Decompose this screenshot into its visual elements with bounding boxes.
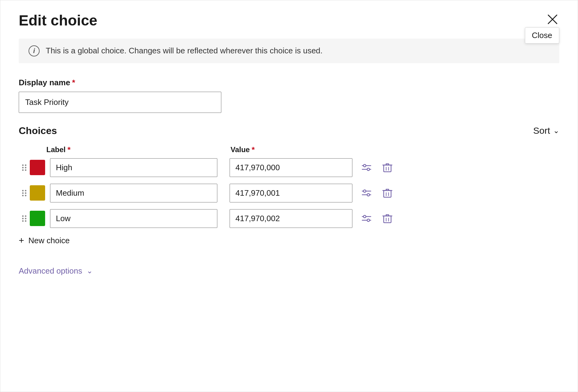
display-name-label: Display name *	[19, 78, 559, 87]
svg-point-26	[363, 215, 366, 218]
svg-rect-17	[384, 190, 391, 197]
color-swatch[interactable]	[30, 160, 45, 175]
svg-point-16	[367, 194, 370, 196]
drag-dot	[22, 215, 24, 217]
sort-label: Sort	[533, 125, 550, 136]
close-icon	[547, 14, 558, 25]
choices-section: Choices Sort ⌄ Label * Value *	[19, 125, 559, 247]
drag-dot	[25, 195, 26, 196]
choice-row	[19, 209, 559, 228]
drag-dots-top	[22, 215, 26, 217]
drag-dot	[25, 220, 26, 222]
choice-rows-container	[19, 158, 559, 228]
delete-icon	[382, 187, 393, 198]
choices-header: Choices Sort ⌄	[19, 125, 559, 136]
row-actions	[360, 186, 394, 200]
color-swatch[interactable]	[30, 211, 45, 226]
sort-chevron-icon: ⌄	[553, 126, 559, 135]
drag-dot	[22, 169, 24, 171]
display-name-section: Display name *	[19, 78, 559, 113]
choices-section-title: Choices	[19, 125, 57, 136]
new-choice-button[interactable]: + New choice	[19, 235, 70, 247]
required-star: *	[72, 78, 75, 87]
drag-dot	[25, 169, 26, 171]
sort-button[interactable]: Sort ⌄	[533, 125, 559, 136]
svg-point-15	[363, 190, 366, 192]
edit-choice-dialog: Edit choice Close i This is a global cho…	[0, 0, 578, 392]
delete-icon	[382, 162, 393, 173]
choice-delete-button[interactable]	[381, 186, 394, 200]
svg-point-27	[367, 219, 370, 221]
info-banner-text: This is a global choice. Changes will be…	[46, 46, 323, 56]
info-banner: i This is a global choice. Changes will …	[19, 39, 559, 63]
choice-label-input[interactable]	[50, 184, 217, 202]
drag-dot	[22, 195, 24, 196]
drag-dot	[25, 190, 26, 191]
choice-value-input[interactable]	[230, 158, 352, 177]
close-icon-button[interactable]	[546, 13, 559, 26]
choice-delete-button[interactable]	[381, 161, 394, 174]
choice-settings-button[interactable]	[360, 161, 373, 174]
drag-dot	[22, 190, 24, 191]
settings-icon	[361, 187, 372, 198]
svg-rect-6	[384, 165, 391, 172]
plus-icon: +	[19, 236, 24, 245]
choice-settings-button[interactable]	[360, 186, 373, 200]
info-icon: i	[29, 45, 40, 56]
color-swatch[interactable]	[30, 185, 45, 201]
row-actions	[360, 161, 394, 174]
drag-dot	[25, 164, 26, 166]
svg-rect-28	[384, 216, 391, 223]
drag-dots-top	[22, 164, 26, 166]
settings-icon	[361, 213, 372, 224]
choice-label-input[interactable]	[50, 209, 217, 228]
drag-dots-bot	[22, 169, 26, 171]
row-actions	[360, 212, 394, 225]
drag-dot	[25, 218, 26, 219]
drag-dot	[22, 192, 24, 194]
advanced-options-chevron-icon: ⌄	[87, 267, 93, 275]
display-name-input[interactable]	[19, 92, 221, 113]
choices-column-headers: Label * Value *	[19, 145, 559, 155]
choice-label-input[interactable]	[50, 158, 217, 177]
close-button-container: Close	[546, 13, 559, 26]
dialog-title: Edit choice	[19, 13, 97, 29]
drag-handle[interactable]	[19, 190, 30, 196]
choice-delete-button[interactable]	[381, 212, 394, 225]
drag-dot	[25, 192, 26, 194]
choice-value-input[interactable]	[230, 209, 352, 228]
svg-point-5	[367, 168, 370, 171]
dialog-header: Edit choice Close	[19, 13, 559, 29]
drag-dot	[22, 167, 24, 168]
drag-dots-mid	[22, 167, 26, 168]
drag-handle[interactable]	[19, 215, 30, 222]
drag-dots-bot	[22, 220, 26, 222]
choice-row	[19, 158, 559, 177]
drag-dots-bot	[22, 195, 26, 196]
delete-icon	[382, 213, 393, 224]
drag-handle[interactable]	[19, 164, 30, 171]
value-required-star: *	[252, 145, 255, 155]
svg-point-4	[363, 164, 366, 167]
drag-dots-mid	[22, 218, 26, 219]
choice-value-input[interactable]	[230, 184, 352, 202]
close-tooltip[interactable]: Close	[525, 27, 559, 44]
drag-dot	[22, 164, 24, 166]
value-column-header: Value *	[231, 145, 255, 155]
drag-dot	[22, 220, 24, 222]
label-column-header: Label *	[46, 145, 218, 155]
label-required-star: *	[68, 145, 71, 155]
new-choice-label: New choice	[29, 236, 70, 245]
drag-dot	[25, 167, 26, 168]
drag-dot	[22, 218, 24, 219]
drag-dots-top	[22, 190, 26, 191]
choice-settings-button[interactable]	[360, 212, 373, 225]
advanced-options-label: Advanced options	[19, 266, 82, 276]
drag-dot	[25, 215, 26, 217]
choice-row	[19, 184, 559, 202]
settings-icon	[361, 162, 372, 173]
advanced-options-button[interactable]: Advanced options ⌄	[19, 265, 93, 277]
drag-dots-mid	[22, 192, 26, 194]
